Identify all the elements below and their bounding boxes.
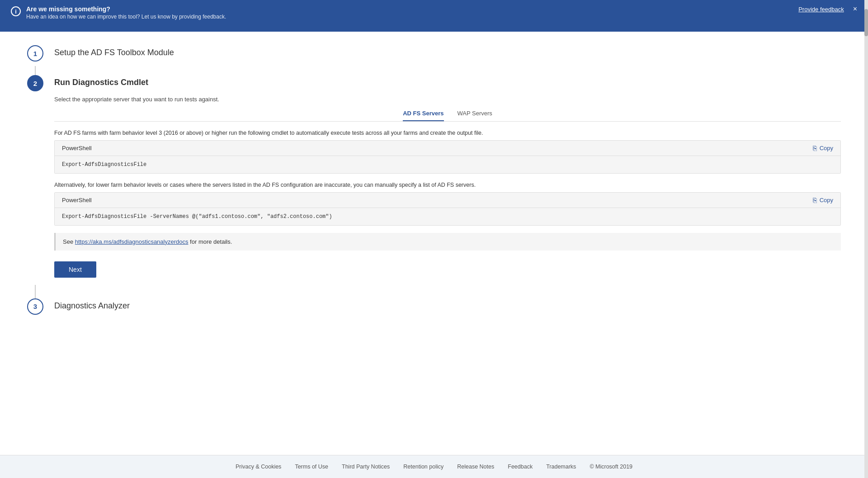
footer-terms[interactable]: Terms of Use [295,464,328,470]
step-2-circle: 2 [27,75,43,91]
footer-feedback[interactable]: Feedback [508,464,533,470]
step-3-row: 3 Diagnostics Analyzer [27,298,841,315]
connector-1-2 [35,66,36,75]
code-body-2: Export-AdfsDiagnosticsFile -ServerNames … [55,208,840,225]
code-lang-1: PowerShell [62,145,92,151]
copy-icon-1: ⎘ [813,144,817,152]
code-block-1: PowerShell ⎘ Copy Export-AdfsDiagnostics… [54,140,841,174]
code-section-2: Alternatively, for lower farm behavior l… [54,181,841,226]
scrollbar-thumb[interactable] [864,9,868,36]
close-banner-button[interactable]: × [853,5,857,13]
step-2-content: Select the appropriate server that you w… [54,96,841,285]
info-icon: i [11,6,21,16]
scrollbar[interactable] [864,0,868,478]
copy-button-2[interactable]: ⎘ Copy [813,196,833,204]
banner-text: Are we missing something? Have an idea o… [26,5,226,20]
next-button[interactable]: Next [54,261,96,278]
step-3-circle: 3 [27,298,43,315]
footer-privacy[interactable]: Privacy & Cookies [236,464,281,470]
code-block-2: PowerShell ⎘ Copy Export-AdfsDiagnostics… [54,192,841,226]
footer-third-party[interactable]: Third Party Notices [342,464,390,470]
step-1-circle: 1 [27,45,43,62]
connector-2-3 [35,285,36,298]
step-2-title: Run Diagnostics Cmdlet [54,75,148,87]
copy-icon-2: ⎘ [813,196,817,204]
banner-left: i Are we missing something? Have an idea… [11,5,226,20]
main-content: 1 Setup the AD FS Toolbox Module 2 Run D… [0,32,868,455]
footer: Privacy & Cookies Terms of Use Third Par… [0,455,868,478]
info-box: See https://aka.ms/adfsdiagnosticsanalyz… [54,233,841,251]
code-header-1: PowerShell ⎘ Copy [55,141,840,156]
code-section-1: For AD FS farms with farm behavior level… [54,129,841,174]
footer-trademarks[interactable]: Trademarks [546,464,576,470]
footer-retention[interactable]: Retention policy [403,464,443,470]
code-header-2: PowerShell ⎘ Copy [55,193,840,208]
code-section-1-desc: For AD FS farms with farm behavior level… [54,129,841,137]
feedback-banner: i Are we missing something? Have an idea… [0,0,868,32]
code-section-2-desc: Alternatively, for lower farm behavior l… [54,181,841,189]
step-2-row: 2 Run Diagnostics Cmdlet [27,75,841,91]
code-body-1: Export-AdfsDiagnosticsFile [55,156,840,173]
docs-link[interactable]: https://aka.ms/adfsdiagnosticsanalyzerdo… [75,238,189,245]
tab-wap-servers[interactable]: WAP Servers [458,110,492,121]
server-tabs: AD FS Servers WAP Servers [54,110,841,122]
step-3-title: Diagnostics Analyzer [54,298,130,311]
step-1-title: Setup the AD FS Toolbox Module [54,45,174,57]
copy-button-1[interactable]: ⎘ Copy [813,144,833,152]
step-1-row: 1 Setup the AD FS Toolbox Module [27,45,841,62]
banner-right: Provide feedback × [798,5,857,13]
footer-release-notes[interactable]: Release Notes [457,464,494,470]
step-2-description: Select the appropriate server that you w… [54,96,841,103]
code-lang-2: PowerShell [62,197,92,204]
banner-subtitle: Have an idea on how we can improve this … [26,14,226,20]
tab-adfs-servers[interactable]: AD FS Servers [403,110,443,121]
provide-feedback-link[interactable]: Provide feedback [798,6,844,13]
footer-copyright: © Microsoft 2019 [590,464,632,470]
banner-title: Are we missing something? [26,5,226,13]
